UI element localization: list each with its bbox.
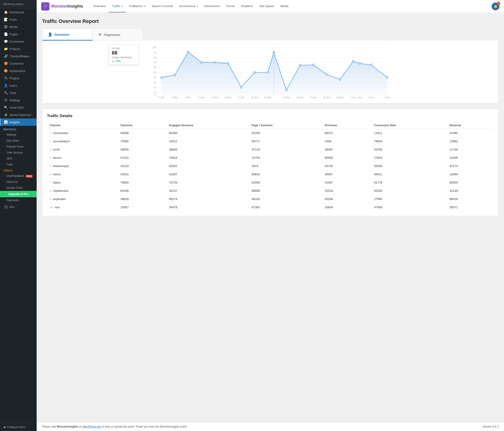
tab-publishers[interactable]: Publishers ▾ [126, 0, 148, 12]
svg-point-28 [227, 62, 229, 64]
tab-media[interactable]: Media [277, 0, 291, 12]
table-row: 10.non 15557 30478 67397 33834 47906 360… [47, 203, 494, 211]
sidebar-sub-settings[interactable]: Settings [0, 132, 37, 138]
thirsty-icon: 🔗 [4, 54, 8, 58]
ecommerce-caret-icon: ▾ [197, 5, 198, 8]
sidebar-item-dashboard[interactable]: 🏠 Dashboard [0, 9, 37, 16]
tab-overview[interactable]: Overview [90, 0, 109, 12]
svg-point-33 [286, 89, 287, 91]
reports-section-label: Reports [0, 126, 37, 132]
notification-button[interactable]: 🔔 0 [492, 2, 499, 10]
svg-text:30 Mar: 30 Mar [336, 96, 344, 99]
table-row: 2.accusantium 75065 24012 96717 2448 768… [47, 137, 494, 146]
sidebar-item-posts[interactable]: 📝 Posts [0, 16, 37, 23]
tab-site-speed[interactable]: Site Speed [256, 0, 277, 12]
svg-text:70: 70 [154, 61, 156, 64]
sidebar-sub-growth-tools[interactable]: Growth Tools [0, 185, 37, 191]
sidebar-item-settings[interactable]: ⚙ Settings [0, 96, 37, 104]
tab-forms[interactable]: Forms [223, 0, 238, 12]
wordpress-org-link[interactable]: WordPress.org [83, 425, 101, 428]
col-revenue: Revenue [447, 122, 494, 129]
traffic-details-section: Traffic Details Channel Sessions Engaged… [42, 109, 498, 216]
tab-ecommerce[interactable]: eCommerce ▾ [176, 0, 201, 12]
tab-sessions[interactable]: 👤 Sessions [42, 29, 92, 41]
svg-text:12 Mar: 12 Mar [211, 96, 218, 99]
svg-point-35 [313, 64, 315, 66]
sidebar-item-cookieyes[interactable]: 🍪 CookieYes [0, 60, 37, 67]
sidebar-item-users[interactable]: 👤 Users [0, 82, 37, 89]
col-purchase: Purchase [322, 122, 371, 129]
tab-realtime[interactable]: Realtime [238, 0, 256, 12]
svg-text:100: 100 [153, 46, 156, 49]
sidebar-item-tools[interactable]: 🔧 Tools [0, 89, 37, 96]
chart-container: 100 90 80 70 60 50 40 30 20 10 0 [42, 41, 498, 103]
appearance-icon: 🎨 [4, 69, 8, 73]
sidebar-sub-seo[interactable]: SEO [0, 156, 37, 162]
table-row: 6.nemo 33031 42307 90632 36567 46011 125… [47, 170, 494, 178]
pages-icon: 📄 [4, 32, 8, 36]
svg-text:30: 30 [154, 81, 156, 84]
collapse-menu-button[interactable]: ◀ Collapse menu [0, 423, 37, 431]
projects-icon: 📁 [4, 47, 8, 51]
table-row: 3.modi 56655 38663 47120 38487 26793 117… [47, 146, 494, 154]
sidebar-item-media[interactable]: 🖼 Media [0, 23, 37, 30]
svg-point-38 [352, 60, 354, 62]
svg-point-39 [359, 63, 361, 64]
sidebar-sub-about-us[interactable]: About Us [0, 179, 37, 185]
sidebar-item-speed[interactable]: ⚡ Speed Optimizer [0, 111, 37, 119]
sidebar-item-comments[interactable]: 💬 Comments [0, 38, 37, 45]
svg-point-37 [339, 79, 341, 80]
traffic-table-body: 1.consectetur 50006 66466 52338 89137 11… [47, 129, 494, 211]
sidebar-sub-tools[interactable]: Tools [0, 162, 37, 167]
col-engaged: Engaged Sessions [166, 122, 249, 129]
yoast-icon: 🔍 [4, 106, 8, 109]
sidebar-logo: WordPress Admin [0, 0, 37, 9]
sidebar-item-appearance[interactable]: 🎨 Appearance [0, 67, 37, 74]
svg-text:4 Apr: 4 Apr [385, 96, 390, 99]
svg-text:20: 20 [154, 86, 156, 89]
sidebar-item-pages[interactable]: 📄 Pages [0, 30, 37, 38]
sessions-chart: 100 90 80 70 60 50 40 30 20 10 0 [47, 45, 494, 100]
upgrade-to-pro-button[interactable]: Upgrade to Pro [0, 191, 37, 197]
svg-text:1 Apr: 1 Apr [351, 96, 356, 99]
sidebar-item-yoast[interactable]: 🔍 Yoast SEO [0, 104, 37, 111]
sidebar-sub-userfeedback[interactable]: UserFeedback NEW [0, 173, 37, 179]
footer: Please rate MonsterInsights on WordPress… [37, 422, 504, 431]
top-navigation: 👾 MonsterInsights Overview Traffic ▾ Pub… [37, 0, 504, 13]
svg-point-30 [254, 72, 256, 73]
svg-text:40: 40 [154, 76, 156, 79]
sidebar-sub-site-notes[interactable]: Site Notes [0, 138, 37, 144]
sidebar-sub-payments[interactable]: Payments [0, 197, 37, 203]
metric-tabs: 👤 Sessions 👁 Pageviews [42, 29, 498, 41]
sidebar-item-thirstyaffiliates[interactable]: 🔗 ThirstyAffiliates [0, 53, 37, 60]
addons-label[interactable]: Addons [0, 167, 37, 173]
sidebar-item-insights[interactable]: 📊 Insights [0, 119, 37, 126]
collapse-icon: ◀ [3, 425, 5, 429]
svg-text:22 Mar: 22 Mar [283, 96, 290, 99]
tab-pageviews[interactable]: 👁 Pageviews [92, 29, 143, 41]
svg-text:18 Mar: 18 Mar [251, 96, 258, 99]
col-sessions: Sessions [118, 122, 166, 129]
bell-icon: 🔔 [494, 5, 498, 8]
svg-text:3 Apr: 3 Apr [369, 96, 374, 99]
sidebar-sub-user-journey[interactable]: User Journey [0, 150, 37, 156]
tab-traffic[interactable]: Traffic ▾ [109, 0, 126, 12]
svg-point-25 [187, 51, 189, 53]
traffic-caret-icon: ▾ [121, 5, 123, 8]
sidebar-item-projects[interactable]: 📁 Projects [0, 45, 37, 53]
sidebar-item-divi[interactable]: ⬛ Divi [0, 203, 37, 211]
svg-text:50: 50 [154, 71, 156, 74]
version-label: Version 6.4.3 [483, 425, 498, 428]
svg-text:80: 80 [154, 56, 156, 59]
svg-text:60: 60 [154, 66, 156, 69]
svg-point-31 [267, 72, 269, 73]
speed-icon: ⚡ [4, 113, 8, 117]
col-page-sessions: Page / Sessions [249, 122, 322, 129]
sidebar-item-plugins[interactable]: 🔌 Plugins [0, 74, 37, 82]
pageviews-icon: 👁 [98, 33, 102, 37]
notification-badge: 0 [497, 2, 500, 5]
table-row: 4.facere 67151 70919 22754 95955 27824 3… [47, 154, 494, 162]
tab-dimensions[interactable]: Dimensions [201, 0, 223, 12]
sidebar-sub-popular-posts[interactable]: Popular Posts [0, 144, 37, 150]
tab-search-console[interactable]: Search Console [149, 0, 176, 12]
